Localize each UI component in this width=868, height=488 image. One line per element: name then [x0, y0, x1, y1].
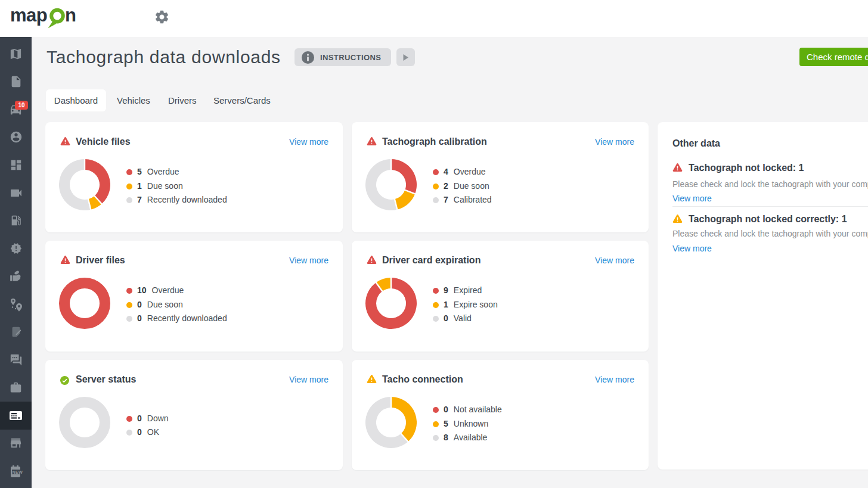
svg-text:map: map — [10, 5, 47, 26]
svg-text:n: n — [65, 5, 76, 26]
svg-text:NEW: NEW — [13, 469, 23, 474]
